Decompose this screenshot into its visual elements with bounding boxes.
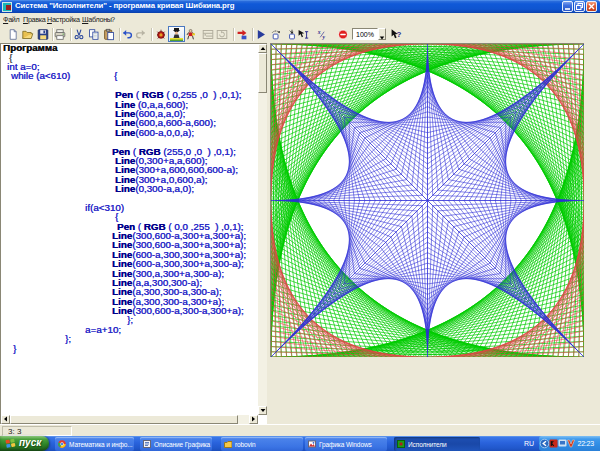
svg-text:y: y xyxy=(322,34,326,40)
svg-text:x: x xyxy=(317,29,321,35)
svg-text:?: ? xyxy=(396,30,401,39)
